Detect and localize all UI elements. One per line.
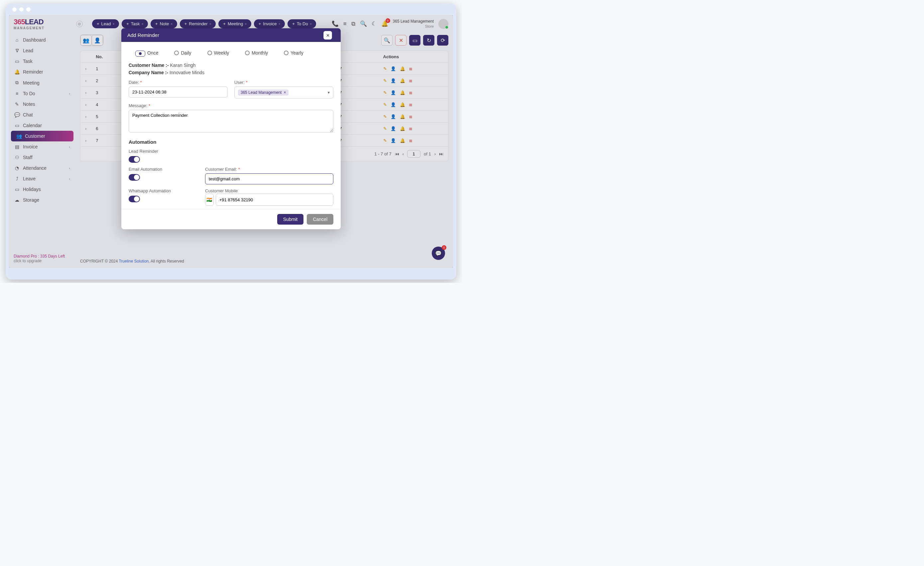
lead-reminder-toggle[interactable] bbox=[129, 156, 140, 163]
chevron-down-icon: ▾ bbox=[328, 90, 330, 95]
message-label: Message: * bbox=[129, 103, 150, 108]
chip-remove-icon[interactable]: × bbox=[284, 90, 286, 95]
freq-option-monthly[interactable]: Monthly bbox=[245, 49, 268, 57]
cancel-button[interactable]: Cancel bbox=[307, 214, 333, 224]
date-input[interactable] bbox=[129, 86, 228, 98]
automation-heading: Automation bbox=[129, 139, 333, 145]
freq-option-once[interactable]: Once bbox=[135, 49, 158, 57]
radio-icon bbox=[207, 51, 212, 55]
email-auto-label: Email Automation bbox=[129, 167, 162, 172]
whatsapp-auto-toggle[interactable] bbox=[129, 196, 140, 202]
freq-option-weekly[interactable]: Weekly bbox=[207, 49, 230, 57]
country-flag-picker[interactable]: 🇮🇳 bbox=[205, 194, 214, 206]
user-label: User: * bbox=[234, 80, 248, 85]
radio-icon bbox=[284, 51, 288, 55]
message-input[interactable]: Payment Collection reminder bbox=[129, 110, 333, 132]
customer-email-input[interactable] bbox=[205, 173, 333, 184]
modal-title: Add Reminder bbox=[122, 28, 340, 42]
freq-option-daily[interactable]: Daily bbox=[174, 49, 191, 57]
customer-name-line: Customer Name :- Karan Singh bbox=[129, 63, 333, 68]
company-name-line: Company Name :- Innovative Minds bbox=[129, 70, 333, 75]
customer-email-label: Customer Email: * bbox=[205, 167, 240, 172]
date-label: Date: * bbox=[129, 80, 142, 85]
radio-icon bbox=[174, 51, 179, 55]
radio-icon bbox=[135, 51, 145, 57]
customer-mobile-label: Customer Mobile bbox=[205, 188, 238, 193]
radio-icon bbox=[245, 51, 250, 55]
modal-close-button[interactable]: ✕ bbox=[323, 31, 332, 39]
freq-option-yearly[interactable]: Yearly bbox=[284, 49, 303, 57]
user-chip[interactable]: 365 Lead Management× bbox=[238, 89, 288, 95]
submit-button[interactable]: Submit bbox=[277, 214, 304, 224]
email-auto-toggle[interactable] bbox=[129, 174, 140, 181]
lead-reminder-label: Lead Reminder bbox=[129, 149, 158, 154]
customer-mobile-input[interactable] bbox=[216, 194, 333, 206]
user-select[interactable]: 365 Lead Management× ▾ bbox=[234, 86, 333, 98]
whatsapp-auto-label: Whatsapp Automation bbox=[129, 188, 171, 193]
